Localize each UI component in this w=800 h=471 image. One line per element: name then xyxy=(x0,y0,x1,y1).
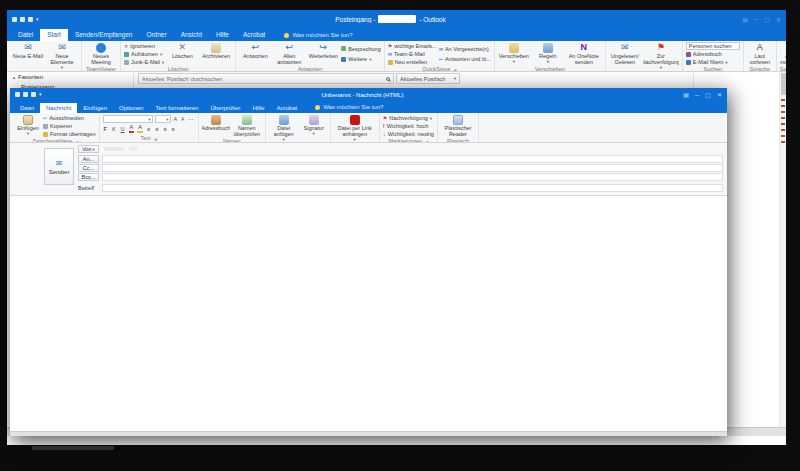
mail-list-scrollbar[interactable] xyxy=(779,72,786,436)
tab-datei[interactable]: Datei xyxy=(14,103,40,113)
numbered-list-button[interactable]: ≡ xyxy=(171,126,176,132)
undo-icon[interactable] xyxy=(23,92,28,97)
copy-button[interactable]: Kopieren xyxy=(43,122,96,130)
align-left-button[interactable]: ≡ xyxy=(146,126,151,132)
delete-button[interactable]: ✕Löschen xyxy=(166,42,198,66)
italic-button[interactable]: K xyxy=(111,126,117,132)
to-button[interactable]: An... xyxy=(78,155,99,163)
save-icon[interactable] xyxy=(15,92,20,97)
follow-up-button[interactable]: ⚑Zur Nachverfolgung▾ xyxy=(643,42,679,70)
cc-field[interactable] xyxy=(102,164,723,172)
shrink-font-button[interactable]: A xyxy=(180,117,185,122)
quickstep-an-vorgesetzte[interactable]: ✉An Vorgesetzte(n) xyxy=(439,45,491,53)
to-field[interactable] xyxy=(102,155,723,163)
scrollbar-thumb[interactable] xyxy=(781,73,786,95)
new-meeting-button[interactable]: Neues Meeting xyxy=(85,42,117,66)
ribbon-display-icon[interactable]: ▤ xyxy=(742,16,748,23)
cut-button[interactable]: ✂Ausschneiden xyxy=(43,114,96,122)
tab-text-formatieren[interactable]: Text formatieren xyxy=(149,103,204,113)
maximize-icon[interactable]: ▢ xyxy=(705,91,711,98)
move-button[interactable]: Verschieben▾ xyxy=(498,42,530,66)
undo-icon[interactable] xyxy=(20,17,25,22)
onenote-button[interactable]: NAn OneNote senden xyxy=(566,42,602,66)
redo-icon[interactable] xyxy=(31,92,36,97)
address-book-button[interactable]: Adressbuch xyxy=(686,50,740,58)
maximize-icon[interactable]: ▢ xyxy=(764,16,770,23)
tell-me-search[interactable]: Was möchten Sie tun? xyxy=(315,104,383,113)
tell-me-search[interactable]: Was möchten Sie tun? xyxy=(284,32,352,41)
filter-email-button[interactable]: E-Mail filtern▾ xyxy=(686,58,740,66)
quickstep-antworten-loeschen[interactable]: ↩Antworten und lö... xyxy=(439,55,491,63)
search-input[interactable] xyxy=(142,76,384,82)
unread-read-button[interactable]: ✉Ungelesen/ Gelesen xyxy=(609,42,641,70)
tab-einfuegen[interactable]: Einfügen xyxy=(77,103,113,113)
search-scope-dropdown[interactable]: Aktuelles Postfach▾ xyxy=(396,73,460,84)
check-names-button[interactable]: Namen überprüfen xyxy=(232,114,262,138)
mailbox-search-box[interactable] xyxy=(138,73,394,84)
tab-hilfe[interactable]: Hilfe xyxy=(209,29,236,41)
more-respond-button[interactable]: Weitere▾ xyxy=(341,55,380,63)
tab-nachricht[interactable]: Nachricht xyxy=(40,103,77,113)
cc-button[interactable]: Cc... xyxy=(78,164,99,172)
low-importance-button[interactable]: ↓Wichtigkeit: niedrig xyxy=(383,130,434,138)
tab-datei[interactable]: Datei xyxy=(11,29,40,41)
rules-button[interactable]: Regeln▾ xyxy=(532,42,564,66)
close-icon[interactable]: ✕ xyxy=(776,16,781,23)
tab-start[interactable]: Start xyxy=(40,29,68,41)
tab-ordner[interactable]: Ordner xyxy=(139,29,173,41)
text-dialog-launcher[interactable]: ◢ xyxy=(154,136,157,141)
message-body[interactable] xyxy=(10,195,727,431)
paste-button[interactable]: Einfügen▾ xyxy=(15,114,41,138)
underline-button[interactable]: U xyxy=(120,126,126,132)
font-color-button[interactable]: A xyxy=(129,125,135,133)
quicksteps-dialog-launcher[interactable]: ◢ xyxy=(453,67,456,72)
clear-formatting-button[interactable]: ⋯ xyxy=(187,116,195,122)
minimize-icon[interactable]: ─ xyxy=(695,92,699,98)
follow-up-button[interactable]: ⚑Nachverfolgung▾ xyxy=(383,114,434,122)
tab-acrobat[interactable]: Acrobat xyxy=(270,103,303,113)
close-icon[interactable]: ✕ xyxy=(717,91,722,98)
junk-button[interactable]: Junk-E-Mail▾ xyxy=(124,58,164,66)
tab-acrobat[interactable]: Acrobat xyxy=(236,29,272,41)
bold-button[interactable]: F xyxy=(103,126,108,132)
read-aloud-button[interactable]: ALaut vorlesen xyxy=(747,42,773,66)
tab-ansicht[interactable]: Ansicht xyxy=(174,29,209,41)
attach-via-link-button[interactable]: Datei per Link anhängen▾ xyxy=(334,114,376,142)
from-button[interactable]: Von▾ xyxy=(78,145,99,153)
address-book-button[interactable]: Adressbuch xyxy=(202,114,230,138)
tab-hilfe[interactable]: Hilfe xyxy=(246,103,270,113)
new-email-button[interactable]: ✉Neue E-Mail xyxy=(12,42,44,70)
font-size-select[interactable]: ▾ xyxy=(155,115,171,123)
send-receive-all-button[interactable]: ⇄Alle Ordner senden/empfangen xyxy=(780,42,786,66)
reply-all-button[interactable]: ↩Allen antworten xyxy=(273,42,305,66)
tab-optionen[interactable]: Optionen xyxy=(113,103,149,113)
reply-button[interactable]: ↩Antworten xyxy=(239,42,271,66)
font-name-select[interactable]: ▾ xyxy=(103,115,153,123)
format-painter-button[interactable]: Format übertragen xyxy=(43,130,96,138)
immersive-reader-button[interactable]: Plastischer Reader xyxy=(441,114,475,138)
highlight-button[interactable]: A xyxy=(137,125,143,133)
minimize-icon[interactable]: ─ xyxy=(754,16,758,22)
save-icon[interactable] xyxy=(12,17,17,22)
subject-field[interactable] xyxy=(102,184,723,192)
ignore-button[interactable]: ✕Ignorieren xyxy=(124,42,164,50)
forward-button[interactable]: ↪Weiterleiten xyxy=(307,42,339,66)
favorites-header[interactable]: ▲Favoriten xyxy=(12,74,133,80)
quickstep-team-email[interactable]: ✉Team-E-Mail xyxy=(388,50,437,58)
quickstep-wichtige-emails[interactable]: ⚑wichtige Emails... xyxy=(388,42,437,50)
ribbon-display-icon[interactable]: ▤ xyxy=(683,91,689,98)
tab-ueberpruefen[interactable]: Überprüfen xyxy=(204,103,246,113)
grow-font-button[interactable]: A xyxy=(173,116,179,122)
meeting-button[interactable]: Besprechung xyxy=(341,45,380,53)
signature-button[interactable]: Signatur▾ xyxy=(301,114,327,142)
archive-button[interactable]: Archivieren xyxy=(200,42,232,66)
bullet-list-button[interactable]: ≡ xyxy=(162,126,167,132)
quickstep-neu-erstellen[interactable]: Neu erstellen xyxy=(388,58,437,66)
bcc-button[interactable]: Bcc... xyxy=(78,173,99,181)
find-people-input[interactable]: Personen suchen xyxy=(686,42,740,50)
align-center-button[interactable]: ≡ xyxy=(154,126,159,132)
tab-senden-empfangen[interactable]: Senden/Empfangen xyxy=(68,29,139,41)
send-button[interactable]: ✉Senden xyxy=(44,148,74,185)
cleanup-button[interactable]: Aufräumen▾ xyxy=(124,50,164,58)
bcc-field[interactable] xyxy=(102,173,723,181)
